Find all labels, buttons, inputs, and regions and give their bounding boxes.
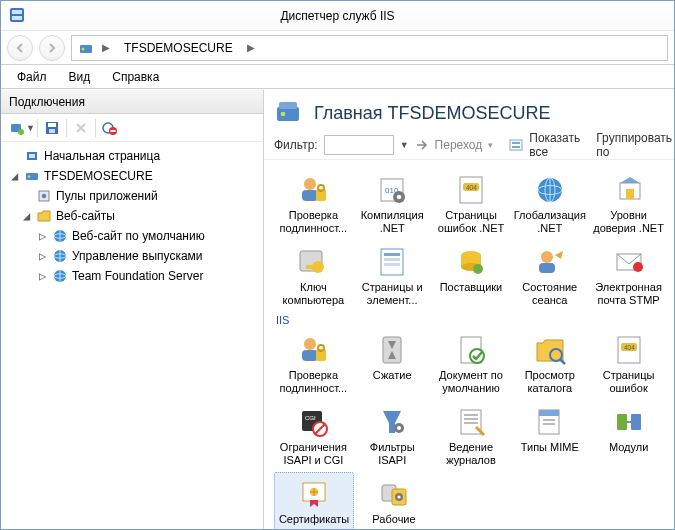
svg-point-61 bbox=[633, 262, 643, 272]
modules-icon bbox=[612, 405, 646, 439]
chevron-down-icon[interactable]: ▼ bbox=[26, 123, 35, 133]
show-all-button[interactable]: Показать все bbox=[529, 131, 580, 159]
isapi-filters-icon bbox=[375, 405, 409, 439]
feature-isapi-cgi[interactable]: CGIОграничения ISAPI и CGI bbox=[274, 400, 353, 472]
feature-glob-net[interactable]: Глобализация .NET bbox=[510, 168, 589, 240]
svg-rect-26 bbox=[279, 102, 297, 109]
go-icon[interactable] bbox=[415, 138, 429, 152]
collapse-icon[interactable]: ◢ bbox=[9, 171, 20, 182]
feature-machine-key[interactable]: Ключ компьютера bbox=[274, 240, 353, 312]
feature-providers[interactable]: Поставщики bbox=[432, 240, 511, 312]
server-home-icon bbox=[274, 98, 304, 128]
feature-logging[interactable]: Ведение журналов bbox=[432, 400, 511, 472]
feature-err-pages[interactable]: 404Страницы ошибок bbox=[589, 328, 668, 400]
collapse-icon[interactable]: ◢ bbox=[21, 211, 32, 222]
svg-point-4 bbox=[82, 47, 85, 50]
titlebar: Диспетчер служб IIS bbox=[1, 1, 674, 31]
menu-help[interactable]: Справка bbox=[102, 67, 169, 87]
delete-button[interactable] bbox=[69, 117, 93, 139]
svg-rect-29 bbox=[512, 142, 520, 144]
feature-label: Поставщики bbox=[435, 281, 508, 307]
tree-server[interactable]: ◢ TFSDEMOSECURE bbox=[5, 166, 263, 186]
menu-view[interactable]: Вид bbox=[59, 67, 101, 87]
feature-isapi-filters[interactable]: Фильтры ISAPI bbox=[353, 400, 432, 472]
svg-point-27 bbox=[281, 112, 286, 117]
feature-worker-procs[interactable]: Рабочие процессы bbox=[354, 472, 434, 529]
tree-label: Управление выпусками bbox=[72, 249, 203, 263]
svg-point-38 bbox=[397, 195, 402, 200]
svg-rect-86 bbox=[617, 414, 627, 430]
server-node-icon bbox=[78, 40, 94, 56]
nav-back-button[interactable] bbox=[7, 35, 33, 61]
body: Подключения ▼ bbox=[1, 90, 674, 529]
svg-rect-12 bbox=[110, 130, 115, 132]
tree-start-page[interactable]: Начальная страница bbox=[5, 146, 263, 166]
breadcrumb[interactable]: ▶ TFSDEMOSECURE ▶ bbox=[71, 35, 668, 61]
providers-icon bbox=[454, 245, 488, 279]
svg-rect-34 bbox=[318, 185, 324, 191]
feature-session[interactable]: Состояние сеанса bbox=[510, 240, 589, 312]
go-button[interactable]: Переход bbox=[435, 138, 483, 152]
tree-label: Пулы приложений bbox=[56, 189, 158, 203]
tree-site-default[interactable]: ▷ Веб-сайт по умолчанию bbox=[5, 226, 263, 246]
feature-server-certs[interactable]: Сертификаты сервера bbox=[274, 472, 354, 529]
feature-label: Проверка подлинност... bbox=[277, 369, 350, 395]
svg-text:404: 404 bbox=[624, 344, 635, 351]
feature-label: Сжатие bbox=[356, 369, 429, 395]
breadcrumb-server[interactable]: TFSDEMOSECURE bbox=[118, 39, 239, 57]
svg-rect-87 bbox=[631, 414, 641, 430]
feature-mime[interactable]: Типы MIME bbox=[510, 400, 589, 472]
svg-rect-79 bbox=[464, 414, 478, 416]
feature-err-pages-net[interactable]: 404Страницы ошибок .NET bbox=[432, 168, 511, 240]
tree-site-tfs[interactable]: ▷ Team Foundation Server bbox=[5, 266, 263, 286]
category-iis: IIS bbox=[274, 312, 668, 328]
app-icon bbox=[9, 7, 25, 23]
feature-dir-browse[interactable]: Просмотр каталога bbox=[510, 328, 589, 400]
svg-rect-59 bbox=[539, 263, 555, 273]
feature-auth-check[interactable]: Проверка подлинност... bbox=[274, 168, 353, 240]
stop-button[interactable] bbox=[98, 117, 122, 139]
page-title-row: Главная TFSDEMOSECURE bbox=[264, 90, 674, 130]
svg-rect-53 bbox=[384, 263, 400, 266]
feature-auth[interactable]: Проверка подлинност... bbox=[274, 328, 353, 400]
expand-icon[interactable]: ▷ bbox=[37, 271, 48, 282]
expand-icon[interactable]: ▷ bbox=[37, 251, 48, 262]
feature-label: Глобализация .NET bbox=[513, 209, 586, 235]
feature-label: Сертификаты сервера bbox=[277, 513, 351, 529]
tree-app-pools[interactable]: Пулы приложений bbox=[5, 186, 263, 206]
server-certs-icon bbox=[297, 477, 331, 511]
feature-label: Модули bbox=[592, 441, 665, 467]
home-icon bbox=[24, 148, 40, 164]
svg-point-57 bbox=[473, 264, 483, 274]
svg-rect-84 bbox=[543, 419, 555, 421]
feature-trust-net[interactable]: Уровни доверия .NET bbox=[589, 168, 668, 240]
glob-net-icon bbox=[533, 173, 567, 207]
feature-comp-net[interactable]: 010Компиляция .NET bbox=[353, 168, 432, 240]
svg-rect-52 bbox=[384, 258, 400, 261]
feature-view: Главная TFSDEMOSECURE Фильтр: ▼ Переход … bbox=[264, 90, 674, 529]
show-all-icon[interactable] bbox=[509, 138, 523, 152]
machine-key-icon bbox=[296, 245, 330, 279]
feature-label: Рабочие процессы bbox=[357, 513, 431, 529]
page-title: Главная TFSDEMOSECURE bbox=[314, 103, 551, 124]
nav-forward-button[interactable] bbox=[39, 35, 65, 61]
feature-modules[interactable]: Модули bbox=[589, 400, 668, 472]
filter-input[interactable] bbox=[324, 135, 394, 155]
connections-tree[interactable]: Начальная страница ◢ TFSDEMOSECURE Пулы … bbox=[1, 142, 263, 529]
svg-rect-50 bbox=[381, 249, 403, 275]
expand-icon[interactable]: ▷ bbox=[37, 231, 48, 242]
feature-compress[interactable]: Сжатие bbox=[353, 328, 432, 400]
feature-pages-ctrl[interactable]: Страницы и элемент... bbox=[353, 240, 432, 312]
chevron-right-icon[interactable]: ▶ bbox=[245, 42, 257, 53]
chevron-down-icon[interactable]: ▼ bbox=[400, 140, 409, 150]
feature-label: Ограничения ISAPI и CGI bbox=[277, 441, 350, 467]
save-button[interactable] bbox=[40, 117, 64, 139]
menu-file[interactable]: Файл bbox=[7, 67, 57, 87]
chevron-down-icon[interactable]: ▾ bbox=[488, 140, 493, 150]
tree-site-release[interactable]: ▷ Управление выпусками bbox=[5, 246, 263, 266]
feature-default-doc[interactable]: Документ по умолчанию bbox=[432, 328, 511, 400]
tree-sites[interactable]: ◢ Веб-сайты bbox=[5, 206, 263, 226]
group-by-label: Группировать по bbox=[596, 131, 672, 159]
feature-label: Ключ компьютера bbox=[277, 281, 350, 307]
feature-smtp[interactable]: Электронная почта STMP bbox=[589, 240, 668, 312]
